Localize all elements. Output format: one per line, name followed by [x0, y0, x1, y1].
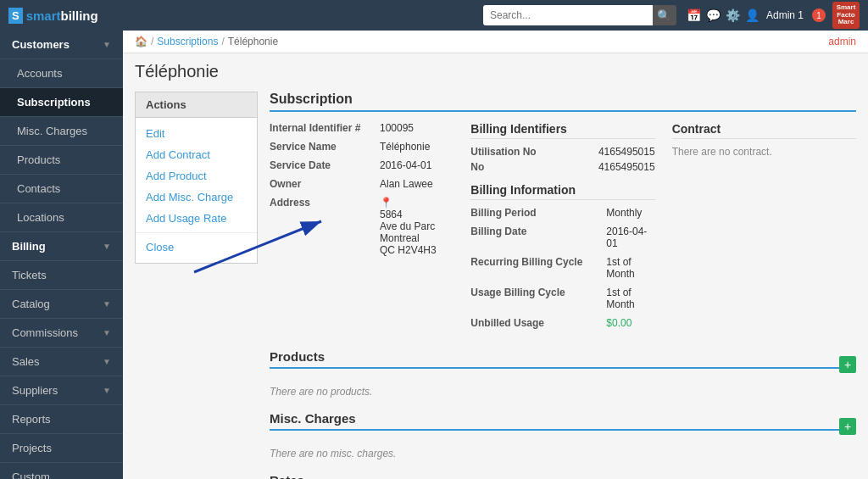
notification-badge: 1	[812, 8, 826, 22]
actions-header: Actions	[135, 92, 258, 117]
billing-identifiers-title: Billing Identifiers	[470, 122, 654, 139]
add-product-btn[interactable]: +	[839, 356, 856, 373]
topbar-icons: 📅 💬 ⚙️ 👤	[687, 8, 760, 22]
sidebar-item-reports[interactable]: Reports	[0, 405, 123, 434]
products-section: Products + There are no products.	[270, 349, 856, 398]
sidebar-item-sales[interactable]: Sales ▼	[0, 348, 123, 376]
products-title: Products	[270, 349, 839, 369]
actions-panel: Actions Edit Add Contract Add Product Ad…	[135, 92, 258, 479]
contract-col: Contract There are no contract.	[672, 122, 856, 336]
action-edit[interactable]: Edit	[136, 123, 257, 144]
subscription-fields: Internal Identifier # 100095 Service Nam…	[270, 122, 453, 336]
misc-charges-title: Misc. Charges	[270, 411, 839, 431]
chevron-down-icon: ▼	[103, 40, 111, 49]
search-button[interactable]: 🔍	[653, 5, 676, 25]
page-title: Téléphonie	[135, 62, 856, 81]
field-address: Address 📍 5864 Ave du Parc Montreal QC H…	[270, 197, 453, 256]
brand-text: smartbilling	[26, 8, 98, 23]
chevron-down-icon: ▼	[103, 299, 111, 309]
sidebar-item-misc-charges[interactable]: Misc. Charges	[0, 117, 123, 146]
breadcrumb-current: Téléphonie	[228, 36, 278, 47]
usage-billing-cycle: Usage Billing Cycle 1st of Month	[470, 287, 654, 310]
sidebar-item-projects[interactable]: Projects	[0, 434, 123, 463]
chevron-down-icon: ▼	[103, 242, 111, 251]
sidebar-item-billing[interactable]: Billing ▼	[0, 232, 123, 261]
chevron-down-icon: ▼	[103, 357, 111, 366]
field-service-name: Service Name Téléphonie	[270, 141, 453, 153]
subscription-grid: Internal Identifier # 100095 Service Nam…	[270, 122, 856, 336]
two-column-layout: Actions Edit Add Contract Add Product Ad…	[135, 92, 856, 479]
billing-date: Billing Date 2016-04-01	[470, 226, 654, 249]
brand-logo: S smartbilling	[8, 8, 98, 24]
billing-info-title: Billing Information	[470, 183, 654, 200]
main-content: 🏠 / Subscriptions / Téléphonie admin Tél…	[123, 31, 868, 479]
no: No 4165495015	[470, 161, 654, 173]
recurring-billing-cycle: Recurring Billing Cycle 1st of Month	[470, 256, 654, 280]
subscription-section-title: Subscription	[270, 92, 856, 112]
no-misc-charges: There are no misc. charges.	[270, 448, 856, 460]
unbilled-usage: Unbilled Usage $0.00	[470, 317, 654, 329]
search-input[interactable]	[483, 5, 653, 25]
sidebar-item-contacts[interactable]: Contacts	[0, 175, 123, 203]
breadcrumb-subscriptions[interactable]: Subscriptions	[157, 36, 218, 47]
home-icon[interactable]: 🏠	[135, 36, 147, 47]
calendar-icon[interactable]: 📅	[687, 8, 701, 22]
chevron-down-icon: ▼	[103, 386, 111, 395]
sidebar-item-accounts[interactable]: Accounts	[0, 59, 123, 88]
action-add-product[interactable]: Add Product	[136, 165, 257, 187]
billing-info: Billing Information Billing Period Month…	[470, 183, 654, 329]
logo-icon: S	[8, 8, 23, 24]
topbar: S smartbilling 🔍 📅 💬 ⚙️ 👤 Admin 1 1 Smar…	[0, 0, 868, 31]
sidebar-item-tickets[interactable]: Tickets	[0, 261, 123, 290]
action-add-misc-charge[interactable]: Add Misc. Charge	[136, 187, 257, 208]
sidebar-item-commissions[interactable]: Commissions ▼	[0, 319, 123, 348]
billing-period: Billing Period Monthly	[470, 207, 654, 219]
menu-separator	[136, 232, 257, 233]
billing-identifiers: Billing Identifiers Utilisation No 41654…	[470, 122, 654, 173]
sidebar: Customers ▼ Accounts Subscriptions Misc.…	[0, 31, 123, 479]
chevron-down-icon: ▼	[103, 328, 111, 337]
action-add-contract[interactable]: Add Contract	[136, 144, 257, 165]
actions-menu: Edit Add Contract Add Product Add Misc. …	[135, 117, 258, 264]
contract-title: Contract	[672, 122, 856, 139]
action-add-usage-rate[interactable]: Add Usage Rate	[136, 208, 257, 229]
sidebar-item-locations[interactable]: Locations	[0, 203, 123, 232]
user-icon[interactable]: 👤	[745, 8, 760, 22]
breadcrumb: 🏠 / Subscriptions / Téléphonie admin	[123, 31, 868, 53]
sidebar-item-catalog[interactable]: Catalog ▼	[0, 290, 123, 319]
field-service-date: Service Date 2016-04-01	[270, 159, 453, 171]
billing-col: Billing Identifiers Utilisation No 41654…	[470, 122, 654, 336]
misc-charges-section: Misc. Charges + There are no misc. charg…	[270, 411, 856, 460]
sidebar-item-suppliers[interactable]: Suppliers ▼	[0, 376, 123, 405]
sidebar-item-custom-components[interactable]: Custom Components ▼	[0, 463, 123, 479]
search-bar: 🔍	[483, 5, 676, 25]
main-layout: Customers ▼ Accounts Subscriptions Misc.…	[0, 31, 868, 479]
username: Admin 1	[766, 9, 804, 21]
rates-title: Rates	[270, 473, 839, 479]
admin-link[interactable]: admin	[828, 36, 856, 47]
contract: Contract There are no contract.	[672, 122, 856, 158]
add-misc-charge-btn[interactable]: +	[839, 418, 856, 435]
sidebar-item-subscriptions[interactable]: Subscriptions	[0, 88, 123, 117]
rates-section: Rates + Usage Rate Rate / Rate Plan Cost…	[270, 473, 856, 479]
sidebar-item-products[interactable]: Products	[0, 146, 123, 175]
utilisation-no: Utilisation No 4165495015	[470, 146, 654, 158]
sidebar-item-customers[interactable]: Customers ▼	[0, 31, 123, 59]
action-close[interactable]: Close	[136, 237, 257, 258]
field-owner: Owner Alan Lawee	[270, 178, 453, 190]
subscription-panel: Subscription Internal Identifier # 10009…	[270, 92, 856, 479]
settings-icon[interactable]: ⚙️	[726, 8, 740, 22]
no-products: There are no products.	[270, 386, 856, 398]
avatar: SmartFactoMarc	[832, 2, 860, 29]
page-content: Téléphonie Actions Edit Add Contract Add…	[123, 53, 868, 479]
no-contract: There are no contract.	[672, 146, 856, 158]
field-internal-id: Internal Identifier # 100095	[270, 122, 453, 134]
chat-icon[interactable]: 💬	[706, 8, 721, 22]
user-info: 📅 💬 ⚙️ 👤 Admin 1 1 SmartFactoMarc	[687, 2, 860, 29]
